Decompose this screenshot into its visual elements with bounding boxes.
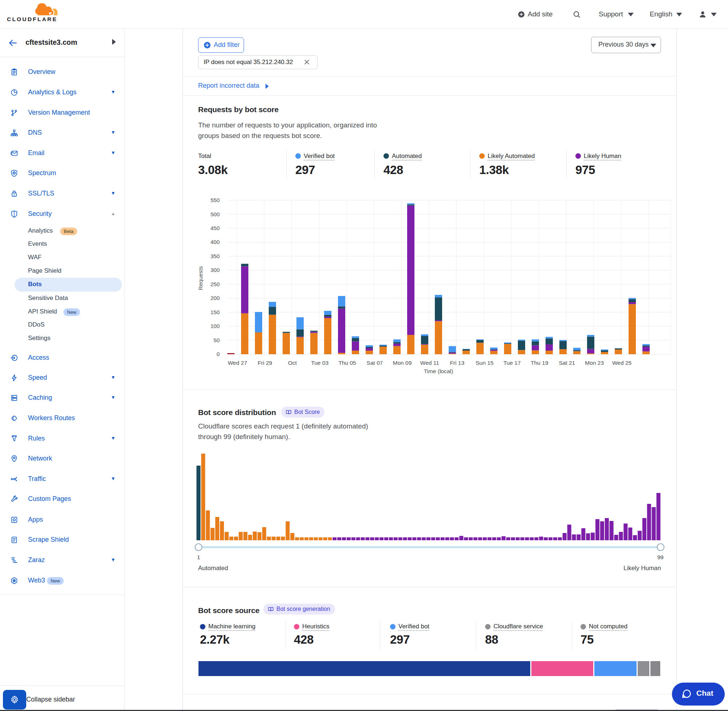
svg-text:Sat 07: Sat 07 — [367, 360, 383, 366]
svg-text:Fri 29: Fri 29 — [258, 360, 272, 366]
svg-text:300: 300 — [211, 267, 220, 273]
svg-text:450: 450 — [211, 225, 220, 231]
svg-text:Wed 11: Wed 11 — [420, 360, 439, 366]
svg-text:50: 50 — [213, 337, 220, 343]
svg-text:Mon 09: Mon 09 — [393, 360, 412, 366]
svg-text:Likely Human: Likely Human — [623, 565, 661, 572]
svg-text:Thu 05: Thu 05 — [338, 360, 356, 366]
svg-text:Sun 15: Sun 15 — [475, 360, 493, 366]
svg-text:250: 250 — [211, 281, 220, 287]
svg-text:200: 200 — [211, 295, 220, 301]
svg-text:Oct: Oct — [288, 360, 297, 366]
svg-text:Time (local): Time (local) — [424, 368, 453, 374]
svg-text:Thu 19: Thu 19 — [531, 360, 548, 366]
svg-text:Sat 21: Sat 21 — [559, 360, 575, 366]
svg-text:Automated: Automated — [198, 565, 228, 572]
svg-text:Tue 03: Tue 03 — [311, 360, 328, 366]
svg-text:Wed 25: Wed 25 — [612, 360, 632, 366]
svg-text:550: 550 — [211, 197, 220, 203]
svg-text:Requests: Requests — [197, 266, 204, 290]
svg-text:150: 150 — [211, 309, 220, 315]
svg-text:Tue 17: Tue 17 — [503, 360, 521, 366]
svg-text:350: 350 — [211, 253, 220, 259]
svg-text:0: 0 — [217, 351, 220, 357]
svg-text:Fri 13: Fri 13 — [450, 360, 464, 366]
svg-text:1: 1 — [197, 554, 200, 560]
svg-text:100: 100 — [211, 323, 220, 329]
svg-text:Mon 23: Mon 23 — [585, 360, 604, 366]
svg-text:Wed 27: Wed 27 — [227, 360, 247, 366]
svg-text:500: 500 — [211, 211, 220, 217]
svg-text:400: 400 — [211, 239, 220, 245]
svg-text:99: 99 — [657, 554, 663, 560]
